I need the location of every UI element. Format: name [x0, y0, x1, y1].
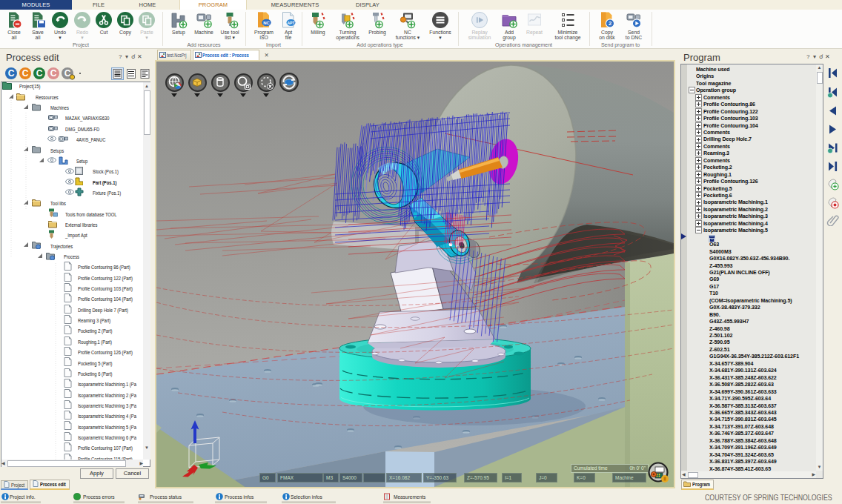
svg-text:C: C	[50, 68, 57, 79]
svg-text:C: C	[22, 68, 29, 79]
svg-text:C: C	[8, 68, 15, 79]
svg-text:C: C	[36, 68, 43, 79]
